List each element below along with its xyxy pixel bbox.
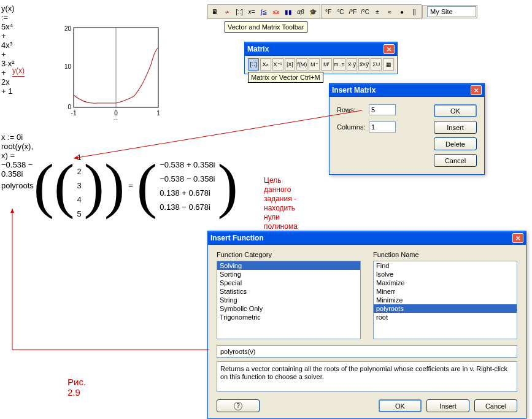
list-item[interactable]: Minimize xyxy=(374,296,517,304)
unit-dot[interactable]: ● xyxy=(396,6,408,18)
palette-btn-cross[interactable]: x⃗×y⃗ xyxy=(358,58,369,71)
list-item[interactable]: Sorting xyxy=(217,270,360,279)
palette-btn-range[interactable]: m..n xyxy=(333,58,345,71)
insert-matrix-dialog: Insert Matrix ✕ Rows: Columns: OK Insert… xyxy=(329,83,485,175)
insert-matrix-title: Insert Matrix xyxy=(332,86,471,94)
unit-bars[interactable]: || xyxy=(408,6,420,18)
ok-button[interactable]: OK xyxy=(379,399,422,412)
calculator-icon[interactable]: 🖩 xyxy=(209,6,221,18)
graph-legend: y(x) xyxy=(12,66,25,77)
greek-icon[interactable]: αβ xyxy=(295,6,307,18)
ok-button[interactable]: OK xyxy=(434,104,477,117)
matrix-palette-title: Matrix xyxy=(247,45,384,53)
svg-text:-1: -1 xyxy=(71,110,77,117)
palette-btn-transpose[interactable]: Mᵀ xyxy=(321,58,332,71)
palette-btn-col[interactable]: M⁻ xyxy=(309,58,320,71)
tooltip-vector-matrix: Vector and Matrix Toolbar xyxy=(225,21,307,33)
unit-perC[interactable]: /°C xyxy=(359,6,371,18)
palette-btn-dot[interactable]: x⃗·y⃗ xyxy=(347,58,358,71)
unit-approx[interactable]: ≈ xyxy=(384,6,396,18)
cols-label: Columns: xyxy=(337,123,369,131)
palette-btn-det[interactable]: |X| xyxy=(285,58,296,71)
matrix-palette-titlebar[interactable]: Matrix ✕ xyxy=(245,42,397,56)
svg-text:x: x xyxy=(114,117,118,120)
close-icon[interactable]: ✕ xyxy=(512,233,523,243)
matrix-icon[interactable]: [∷] xyxy=(233,6,245,18)
list-item[interactable]: Find xyxy=(374,261,517,270)
unit-degC[interactable]: °C xyxy=(334,6,347,18)
close-icon[interactable]: ✕ xyxy=(471,85,482,95)
graph-plot: 20 10 0 -1 0 1 x xyxy=(60,25,168,120)
list-item[interactable]: Trigonometric xyxy=(217,313,360,321)
description-box: Returns a vector containing all the root… xyxy=(217,361,517,392)
name-listbox[interactable]: Find lsolve Maximize Minerr Minimize pol… xyxy=(373,261,517,339)
toolbar-group-site xyxy=(422,5,477,18)
list-item[interactable]: Symbolic Only xyxy=(217,304,360,313)
list-item[interactable]: polyroots xyxy=(374,304,517,313)
palette-btn-subscript[interactable]: Xₙ xyxy=(260,58,271,71)
list-item[interactable]: Special xyxy=(217,279,360,287)
palette-btn-matrix[interactable]: [∷] xyxy=(248,58,259,71)
insert-fn-titlebar[interactable]: Insert Function ✕ xyxy=(208,231,526,245)
svg-text:1: 1 xyxy=(156,110,160,117)
insert-fn-title: Insert Function xyxy=(210,234,512,242)
unit-degF[interactable]: °F xyxy=(322,6,334,18)
rows-label: Rows: xyxy=(337,106,369,113)
cancel-button[interactable]: Cancel xyxy=(474,399,517,412)
category-listbox[interactable]: Solving Sorting Special Statistics Strin… xyxy=(217,261,361,339)
main-toolbar: 🖩 ≁ [∷] x= ∫≦ ≤≥ ▮▮ αβ 🎓 °F °C /°F /°C ±… xyxy=(207,2,530,21)
list-item[interactable]: Solving xyxy=(217,261,360,270)
tooltip-matrix-vector: Matrix or Vector Ctrl+M xyxy=(248,72,323,83)
output-vector: −0.538 + 0.358i −0.538 − 0.358i 0.138 + … xyxy=(157,158,217,214)
formula-y-def: y(x) := 5x⁴ + 4x³ + 3·x² + 2x + 1 xyxy=(1,4,15,96)
palette-btn-vectorize[interactable]: f(M) xyxy=(296,58,307,71)
palette-btn-inverse[interactable]: X⁻¹ xyxy=(272,58,283,71)
insert-matrix-titlebar[interactable]: Insert Matrix ✕ xyxy=(330,83,484,97)
polyroots-expression: polyroots ( ( 1 2 3 4 5 ) ) = ( −0.538 +… xyxy=(1,150,238,221)
programming-icon[interactable]: ▮▮ xyxy=(282,6,295,18)
close-icon[interactable]: ✕ xyxy=(384,44,395,54)
list-item[interactable]: String xyxy=(217,296,360,304)
figure-caption: Рис. 2.9 xyxy=(67,377,86,398)
boolean-icon[interactable]: ≤≥ xyxy=(270,6,282,18)
help-button[interactable]: ? xyxy=(217,399,260,412)
symbolic-icon[interactable]: 🎓 xyxy=(307,6,319,18)
svg-text:0: 0 xyxy=(114,110,118,117)
help-icon: ? xyxy=(234,402,242,410)
palette-btn-sum[interactable]: ΣU xyxy=(371,58,382,71)
cancel-button[interactable]: Cancel xyxy=(434,154,477,167)
rows-input[interactable] xyxy=(369,104,396,115)
cols-input[interactable] xyxy=(369,121,396,133)
matrix-palette-window: Matrix ✕ [∷] Xₙ X⁻¹ |X| f(M) M⁻ Mᵀ m..n … xyxy=(244,42,398,74)
signature-box: polyroots(v) xyxy=(217,345,517,358)
delete-button[interactable]: Delete xyxy=(434,137,477,150)
site-input[interactable] xyxy=(427,6,476,17)
svg-text:20: 20 xyxy=(64,25,72,32)
category-header: Function Category xyxy=(217,251,361,258)
unit-pm[interactable]: ± xyxy=(371,6,384,18)
calc-icon[interactable]: ∫≦ xyxy=(258,6,270,18)
eval-icon[interactable]: x= xyxy=(245,6,258,18)
polyroots-fn-name: polyroots xyxy=(1,181,34,190)
insert-function-dialog: Insert Function ✕ Function Category Solv… xyxy=(207,231,526,419)
svg-text:10: 10 xyxy=(64,63,72,70)
toolbar-group-units: °F °C /°F /°C ± ≈ ● || xyxy=(321,4,422,19)
unit-perF[interactable]: /°F xyxy=(347,6,359,18)
palette-btn-picture[interactable]: ▦ xyxy=(383,58,394,71)
name-header: Function Name xyxy=(373,251,517,258)
list-item[interactable]: Maximize xyxy=(374,279,517,287)
toolbar-group-1: 🖩 ≁ [∷] x= ∫≦ ≤≥ ▮▮ αβ 🎓 xyxy=(207,4,320,19)
input-vector: 1 2 3 4 5 xyxy=(74,150,83,221)
list-item[interactable]: root xyxy=(374,313,517,321)
list-item[interactable]: lsolve xyxy=(374,270,517,279)
list-item[interactable]: Minerr xyxy=(374,287,517,296)
insert-button[interactable]: Insert xyxy=(426,399,469,412)
list-item[interactable]: Statistics xyxy=(217,287,360,296)
insert-button[interactable]: Insert xyxy=(434,121,477,134)
graph-icon[interactable]: ≁ xyxy=(221,6,233,18)
